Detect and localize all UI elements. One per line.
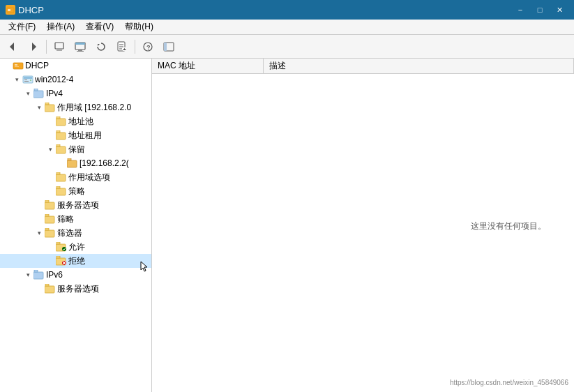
svg-rect-60 xyxy=(33,272,43,279)
expand-addr-pool xyxy=(45,116,56,127)
reservation-item-icon xyxy=(67,158,78,169)
refresh-button[interactable] xyxy=(91,38,111,56)
tree-row-reservation-item[interactable]: [192.168.2.2( xyxy=(0,156,151,170)
svg-rect-35 xyxy=(56,133,66,140)
close-button[interactable]: ✕ xyxy=(550,3,568,16)
expand-server-policy xyxy=(33,213,45,225)
tree-node-addr-pool: 地址池 xyxy=(0,114,151,128)
expand-dhcp xyxy=(1,60,13,71)
tree-row-server-policy[interactable]: 筛略 xyxy=(0,212,151,226)
addr-pool-label: 地址池 xyxy=(68,116,93,128)
svg-rect-30 xyxy=(34,89,38,91)
tree-row-addr-pool[interactable]: 地址池 xyxy=(0,114,151,128)
svg-rect-37 xyxy=(56,146,66,153)
tree-row-allow[interactable]: 允许 xyxy=(0,240,151,254)
title-bar: DHCP − □ ✕ xyxy=(0,0,574,20)
svg-text:?: ? xyxy=(146,44,151,51)
tree-node-scope: 作用域 [192.168.2.0 xyxy=(0,100,151,114)
tree-row-dhcp[interactable]: DHCP xyxy=(0,59,151,73)
svg-rect-50 xyxy=(45,228,49,230)
show-hide-button[interactable] xyxy=(159,38,179,56)
server-icon xyxy=(22,74,33,85)
forward-button[interactable] xyxy=(24,38,43,56)
tree-node-ipv6: IPv6 xyxy=(0,268,151,282)
menu-view[interactable]: 查看(V) xyxy=(80,20,119,34)
svg-rect-21 xyxy=(13,63,23,69)
tree-row-ipv6-server-options[interactable]: 服务器选项 xyxy=(0,282,151,296)
expand-server-options xyxy=(33,199,45,211)
policy-icon xyxy=(56,186,67,197)
tree-node-policy: 策略 xyxy=(0,184,151,198)
maximize-button[interactable]: □ xyxy=(531,3,549,16)
svg-rect-40 xyxy=(68,158,71,160)
dhcp-label: DHCP xyxy=(25,61,49,70)
svg-rect-44 xyxy=(56,186,60,188)
ipv6-server-options-label: 服务器选项 xyxy=(57,283,99,295)
back-button[interactable] xyxy=(3,38,22,56)
tree-row-reservations[interactable]: 保留 xyxy=(0,142,151,156)
expand-server xyxy=(11,74,22,85)
allow-label: 允许 xyxy=(68,241,85,253)
scope-icon xyxy=(45,102,56,113)
deny-icon xyxy=(56,255,67,266)
expand-policy xyxy=(45,186,56,197)
svg-rect-43 xyxy=(56,188,66,195)
tree-node-ipv6-server-options: 服务器选项 xyxy=(0,282,151,296)
help-button[interactable]: ? xyxy=(138,38,158,56)
svg-rect-4 xyxy=(55,43,63,49)
svg-point-28 xyxy=(30,80,31,81)
tree-node-ipv4: IPv4 xyxy=(0,86,151,100)
expand-scope xyxy=(33,102,45,113)
toolbar: ? xyxy=(0,35,574,59)
addr-pool-icon xyxy=(56,116,67,127)
tree-row-deny[interactable]: 拒绝 xyxy=(0,254,151,268)
tree-row-scope-options[interactable]: 作用域选项 xyxy=(0,170,151,184)
svg-rect-36 xyxy=(56,130,60,133)
menu-help[interactable]: 帮助(H) xyxy=(119,20,159,34)
svg-rect-45 xyxy=(45,202,54,209)
svg-rect-31 xyxy=(45,105,54,112)
tree-node-dhcp: DHCP xyxy=(0,59,151,73)
tree-row-addr-lease[interactable]: 地址租用 xyxy=(0,128,151,142)
svg-rect-27 xyxy=(24,81,29,82)
content-body: 这里没有任何项目。 xyxy=(152,74,574,392)
expand-addr-lease xyxy=(45,130,56,141)
col-header-desc: 描述 xyxy=(264,59,574,73)
tree-row-server-options[interactable]: 服务器选项 xyxy=(0,198,151,212)
tree-node-addr-lease: 地址租用 xyxy=(0,128,151,142)
svg-rect-20 xyxy=(164,43,167,51)
menu-action[interactable]: 操作(A) xyxy=(41,20,80,34)
separator-1 xyxy=(46,40,47,54)
dhcp-icon xyxy=(13,60,24,71)
up-button[interactable] xyxy=(50,38,69,56)
minimize-button[interactable]: − xyxy=(511,3,529,16)
server-policy-icon xyxy=(45,213,56,225)
policy-label: 策略 xyxy=(68,186,85,197)
filters-icon xyxy=(45,227,56,239)
ipv6-icon xyxy=(33,269,45,280)
empty-message: 这里没有任何项目。 xyxy=(471,220,546,232)
svg-marker-3 xyxy=(32,43,36,51)
export-button[interactable] xyxy=(112,38,132,56)
svg-rect-62 xyxy=(45,286,54,293)
svg-rect-42 xyxy=(56,172,60,174)
tree-row-policy[interactable]: 策略 xyxy=(0,184,151,198)
tree-row-ipv6[interactable]: IPv6 xyxy=(0,268,151,282)
tree-row-scope[interactable]: 作用域 [192.168.2.0 xyxy=(0,100,151,114)
reservations-label: 保留 xyxy=(68,144,85,156)
expand-ipv6 xyxy=(22,269,33,280)
tree-row-ipv4[interactable]: IPv4 xyxy=(0,86,151,100)
watermark: https://blog.csdn.net/weixin_45849066 xyxy=(450,379,568,386)
svg-rect-55 xyxy=(56,256,60,258)
scope-options-icon xyxy=(56,172,67,183)
svg-rect-34 xyxy=(56,116,60,119)
tree-row-server[interactable]: win2012-4 xyxy=(0,73,151,86)
menu-file[interactable]: 文件(F) xyxy=(3,20,41,34)
allow-icon xyxy=(56,241,67,252)
server-policy-label: 筛略 xyxy=(57,213,74,225)
tree-row-filters[interactable]: 筛选器 xyxy=(0,226,151,240)
show-console-button[interactable] xyxy=(70,38,90,56)
svg-rect-9 xyxy=(77,51,84,52)
title-bar-controls: − □ ✕ xyxy=(511,3,568,16)
reservations-icon xyxy=(56,144,67,155)
